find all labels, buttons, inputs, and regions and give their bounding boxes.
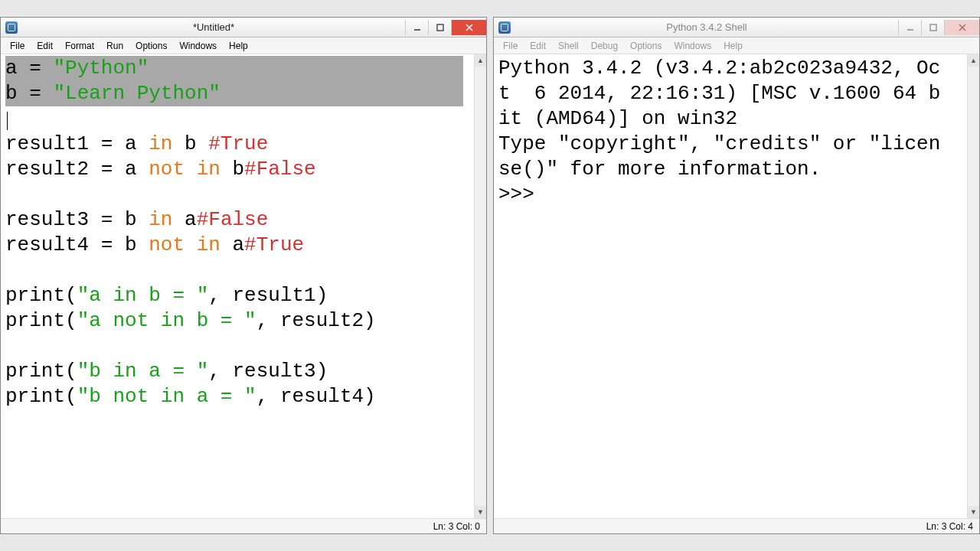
menu-options[interactable]: Options (624, 39, 668, 53)
shell-position: Ln: 3 Col: 4 (926, 521, 973, 532)
menu-edit[interactable]: Edit (31, 39, 59, 53)
shell-scrollbar[interactable]: ▲ ▼ (967, 54, 979, 518)
maximize-button[interactable] (428, 20, 451, 35)
idle-icon (5, 21, 18, 34)
menu-windows[interactable]: Windows (173, 39, 223, 53)
close-button[interactable] (451, 20, 486, 35)
shell-output[interactable]: Python 3.4.2 (v3.4.2:ab2c023a9432, Oct 6… (494, 54, 979, 518)
shell-statusbar: Ln: 3 Col: 4 (494, 518, 979, 533)
window-controls (898, 20, 979, 35)
editor-titlebar[interactable]: *Untitled* (1, 18, 486, 37)
minimize-button[interactable] (898, 20, 921, 35)
menu-run[interactable]: Run (100, 39, 129, 53)
menu-shell[interactable]: Shell (552, 39, 585, 53)
text-cursor (7, 112, 8, 130)
close-button[interactable] (944, 20, 979, 35)
window-controls (405, 20, 486, 35)
svg-rect-5 (930, 24, 936, 31)
menu-debug[interactable]: Debug (585, 39, 624, 53)
editor-statusbar: Ln: 3 Col: 0 (1, 518, 486, 533)
shell-prompt: >>> (498, 183, 546, 206)
scroll-down-icon[interactable]: ▼ (968, 506, 979, 518)
editor-window: *Untitled* File Edit Format Run Options … (0, 17, 487, 534)
menu-file[interactable]: File (4, 39, 31, 53)
menu-edit[interactable]: Edit (524, 39, 552, 53)
editor-title: *Untitled* (22, 21, 405, 33)
menu-help[interactable]: Help (717, 39, 749, 53)
svg-rect-1 (437, 24, 443, 31)
idle-icon (498, 21, 511, 34)
maximize-button[interactable] (921, 20, 944, 35)
editor-position: Ln: 3 Col: 0 (433, 521, 480, 532)
banner-line: Python 3.4.2 (v3.4.2:ab2c023a9432, Oct 6… (498, 57, 940, 130)
scroll-up-icon[interactable]: ▲ (968, 54, 979, 67)
scroll-up-icon[interactable]: ▲ (475, 54, 486, 67)
shell-menubar: File Edit Shell Debug Options Windows He… (494, 37, 979, 54)
code-editor[interactable]: a = "Python" b = "Learn Python" result1 … (1, 54, 486, 518)
shell-titlebar[interactable]: Python 3.4.2 Shell (494, 18, 979, 37)
menu-format[interactable]: Format (59, 39, 100, 53)
minimize-button[interactable] (405, 20, 428, 35)
scroll-down-icon[interactable]: ▼ (475, 506, 486, 518)
menu-file[interactable]: File (497, 39, 524, 53)
menu-help[interactable]: Help (223, 39, 254, 53)
shell-content: Python 3.4.2 (v3.4.2:ab2c023a9432, Oct 6… (494, 54, 953, 209)
editor-scrollbar[interactable]: ▲ ▼ (474, 54, 486, 518)
menu-windows[interactable]: Windows (668, 39, 717, 53)
shell-title: Python 3.4.2 Shell (515, 21, 898, 33)
banner-line: Type "copyright", "credits" or "license(… (498, 132, 940, 181)
editor-menubar: File Edit Format Run Options Windows Hel… (1, 37, 486, 54)
shell-window: Python 3.4.2 Shell File Edit Shell Debug… (493, 17, 980, 534)
menu-options[interactable]: Options (129, 39, 173, 53)
code-content: a = "Python" b = "Learn Python" result1 … (1, 54, 486, 411)
